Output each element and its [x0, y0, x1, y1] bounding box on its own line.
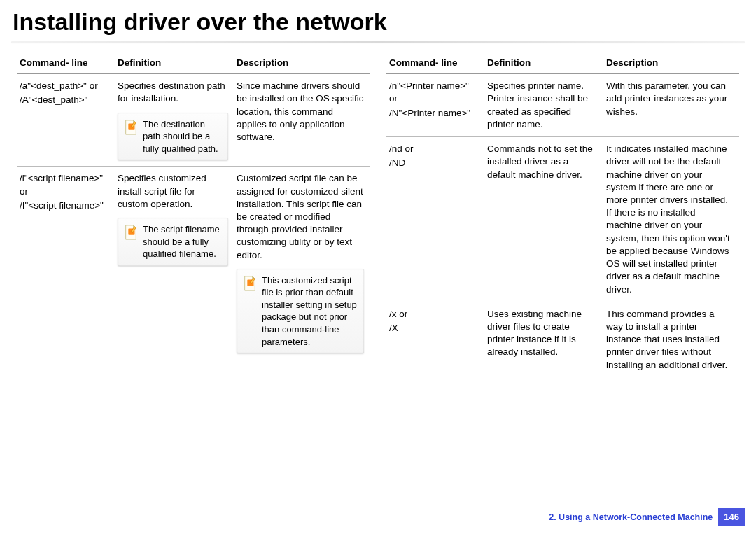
cmd-text: /i"<script filename>" or	[20, 172, 109, 197]
cmd-text: /nd or	[389, 143, 479, 155]
page-footer: 2. Using a Network-Connected Machine 146	[549, 508, 745, 526]
cmd-text: /I"<script filename>"	[20, 199, 109, 212]
cmd-text: /x or	[389, 308, 479, 321]
cmd-text: /ND	[389, 157, 479, 169]
note-text: The script filename should be a fully qu…	[143, 223, 223, 260]
def-text: Specifies customized install script file…	[118, 172, 228, 211]
col-header-def: Definition	[115, 52, 234, 74]
footer-chapter: 2. Using a Network-Connected Machine	[549, 512, 713, 522]
desc-text: Customized script file can be assigned f…	[237, 172, 364, 262]
cmd-cell: /nd or /ND	[386, 137, 484, 302]
col-header-desc: Description	[603, 52, 739, 74]
note-icon	[242, 274, 258, 293]
title-rule	[11, 41, 745, 43]
cmd-cell: /x or /X	[386, 302, 484, 377]
footer-page-number: 146	[718, 508, 745, 526]
cmd-cell: /a"<dest_path>" or /A"<dest_path>"	[17, 74, 115, 167]
desc-cell: This command provides a way to install a…	[603, 302, 739, 377]
col-header-desc: Description	[234, 52, 370, 74]
cmd-text: /a"<dest_path>" or	[20, 80, 109, 92]
desc-cell: It indicates installed machine driver wi…	[603, 137, 739, 302]
table-row: /n"<Printer name>" or /N"<Printer name>"…	[386, 74, 739, 137]
table-row: /i"<script filename>" or /I"<script file…	[17, 167, 370, 359]
col-header-cmd: Command- line	[386, 52, 484, 74]
desc-cell: Customized script file can be assigned f…	[234, 167, 370, 359]
desc-cell: Since machine drivers should be installe…	[234, 74, 370, 167]
def-cell: Specifies destination path for installat…	[115, 74, 234, 167]
def-cell: Commands not to set the installed driver…	[484, 137, 603, 302]
cmd-text: /X	[389, 322, 479, 335]
cmd-cell: /i"<script filename>" or /I"<script file…	[17, 167, 115, 359]
table-header-row: Command- line Definition Description	[17, 52, 370, 74]
note-box: The script filename should be a fully qu…	[118, 218, 228, 266]
desc-text: Since machine drivers should be installe…	[237, 80, 364, 143]
def-text: Specifies destination path for installat…	[118, 80, 228, 105]
col-header-cmd: Command- line	[17, 52, 115, 74]
cmd-cell: /n"<Printer name>" or /N"<Printer name>"	[386, 74, 484, 137]
note-text: The destination path should be a fully q…	[143, 118, 223, 155]
cmd-text: /n"<Printer name>" or	[389, 80, 479, 105]
table-header-row: Command- line Definition Description	[386, 52, 739, 74]
note-box: This customized script file is prior tha…	[237, 269, 364, 353]
table-row: /nd or /ND Commands not to set the insta…	[386, 137, 739, 302]
def-cell: Specifies customized install script file…	[115, 167, 234, 359]
note-icon	[123, 223, 139, 241]
note-box: The destination path should be a fully q…	[118, 113, 228, 161]
note-text: This customized script file is prior tha…	[262, 274, 358, 348]
right-table: Command- line Definition Description /n"…	[386, 52, 739, 377]
right-column: Command- line Definition Description /n"…	[386, 52, 739, 377]
table-row: /a"<dest_path>" or /A"<dest_path>" Speci…	[17, 74, 370, 167]
table-row: /x or /X Uses existing machine driver fi…	[386, 302, 739, 377]
def-cell: Uses existing machine driver files to cr…	[484, 302, 603, 377]
col-header-def: Definition	[484, 52, 603, 74]
cmd-text: /A"<dest_path>"	[20, 94, 109, 106]
content-columns: Command- line Definition Description /a"…	[0, 52, 756, 377]
page-title: Installing driver over the network	[0, 0, 756, 41]
note-icon	[123, 118, 139, 136]
left-table: Command- line Definition Description /a"…	[17, 52, 370, 359]
desc-cell: With this parameter, you can add printer…	[603, 74, 739, 137]
def-cell: Specifies printer name. Printer instance…	[484, 74, 603, 137]
left-column: Command- line Definition Description /a"…	[17, 52, 370, 377]
cmd-text: /N"<Printer name>"	[389, 107, 479, 120]
